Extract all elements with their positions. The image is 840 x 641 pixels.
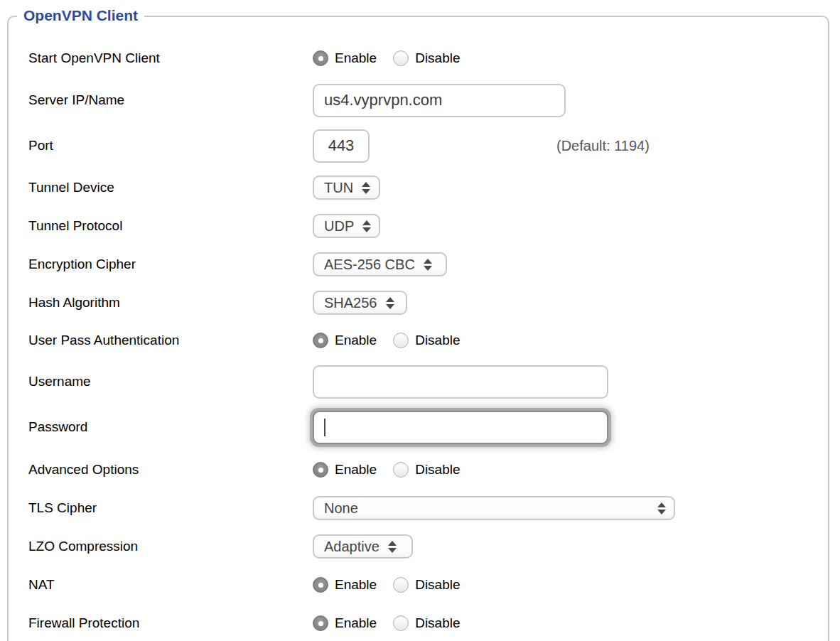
encryption-cipher-value: AES-256 CBC <box>324 257 415 273</box>
tunnel-protocol-value: UDP <box>324 218 354 235</box>
encryption-cipher-select[interactable]: AES-256 CBC <box>313 252 447 276</box>
server-ip-input[interactable] <box>313 84 566 117</box>
select-arrows-icon <box>362 182 370 194</box>
row-password: Password <box>28 408 814 446</box>
disable-label[interactable]: Disable <box>415 577 460 593</box>
row-tunnel-protocol: Tunnel Protocol UDP <box>28 207 814 245</box>
port-default-note: (Default: 1194) <box>556 138 650 154</box>
disable-label[interactable]: Disable <box>415 333 460 348</box>
advanced-options-enable-radio[interactable] <box>313 462 328 478</box>
disable-label[interactable]: Disable <box>415 615 460 631</box>
hash-algorithm-select[interactable]: SHA256 <box>313 291 407 315</box>
start-openvpn-client-label: Start OpenVPN Client <box>28 50 313 66</box>
row-tls-cipher: TLS Cipher None <box>28 489 814 527</box>
disable-label[interactable]: Disable <box>415 462 460 478</box>
hash-algorithm-label: Hash Algorithm <box>28 295 313 311</box>
lzo-compression-label: LZO Compression <box>28 539 313 554</box>
encryption-cipher-label: Encryption Cipher <box>28 257 313 272</box>
row-lzo-compression: LZO Compression Adaptive <box>28 527 814 566</box>
start-client-disable-radio[interactable] <box>393 50 409 66</box>
enable-label[interactable]: Enable <box>335 615 377 631</box>
row-firewall-protection: Firewall Protection Enable Disable <box>28 604 814 641</box>
tls-cipher-value: None <box>324 500 358 517</box>
select-arrows-icon <box>657 502 666 515</box>
advanced-options-label: Advanced Options <box>28 462 313 478</box>
row-encryption-cipher: Encryption Cipher AES-256 CBC <box>28 245 814 284</box>
tls-cipher-label: TLS Cipher <box>28 500 313 516</box>
tunnel-device-value: TUN <box>324 180 353 196</box>
advanced-options-disable-radio[interactable] <box>393 462 409 478</box>
row-server-ip: Server IP/Name <box>28 81 814 119</box>
server-ip-label: Server IP/Name <box>28 92 313 108</box>
enable-label[interactable]: Enable <box>335 50 377 66</box>
port-label: Port <box>28 138 313 153</box>
tunnel-device-select[interactable]: TUN <box>313 176 380 200</box>
select-arrows-icon <box>362 220 371 232</box>
lzo-compression-select[interactable]: Adaptive <box>313 534 413 559</box>
tls-cipher-select[interactable]: None <box>313 496 675 520</box>
select-arrows-icon <box>386 297 394 309</box>
tunnel-device-label: Tunnel Device <box>28 180 313 195</box>
tunnel-protocol-select[interactable]: UDP <box>313 214 380 238</box>
firewall-protection-label: Firewall Protection <box>28 615 313 631</box>
nat-disable-radio[interactable] <box>393 577 409 593</box>
user-pass-auth-enable-radio[interactable] <box>313 333 328 348</box>
row-hash-algorithm: Hash Algorithm SHA256 <box>28 284 814 322</box>
lzo-compression-value: Adaptive <box>324 539 379 555</box>
openvpn-client-panel: OpenVPN Client Start OpenVPN Client Enab… <box>7 16 829 641</box>
tunnel-protocol-label: Tunnel Protocol <box>28 218 313 234</box>
username-input[interactable] <box>313 365 608 399</box>
disable-label[interactable]: Disable <box>415 50 460 66</box>
username-label: Username <box>28 374 313 389</box>
firewall-protection-disable-radio[interactable] <box>393 615 409 631</box>
row-username: Username <box>28 362 814 401</box>
firewall-protection-enable-radio[interactable] <box>313 615 328 631</box>
row-nat: NAT Enable Disable <box>28 566 814 604</box>
password-input[interactable] <box>313 411 608 444</box>
select-arrows-icon <box>388 541 397 553</box>
text-cursor <box>324 419 325 436</box>
nat-enable-radio[interactable] <box>313 577 328 593</box>
row-advanced-options: Advanced Options Enable Disable <box>28 451 814 489</box>
hash-algorithm-value: SHA256 <box>324 295 377 311</box>
row-tunnel-device: Tunnel Device TUN <box>28 168 814 207</box>
row-user-pass-auth: User Pass Authentication Enable Disable <box>28 321 814 360</box>
row-start-openvpn-client: Start OpenVPN Client Enable Disable <box>28 39 814 77</box>
panel-title: OpenVPN Client <box>17 7 144 24</box>
enable-label[interactable]: Enable <box>335 577 377 593</box>
row-port: Port (Default: 1194) <box>28 126 814 165</box>
enable-label[interactable]: Enable <box>335 462 377 478</box>
port-input[interactable] <box>313 129 370 163</box>
nat-label: NAT <box>28 577 313 593</box>
start-client-enable-radio[interactable] <box>313 50 328 66</box>
select-arrows-icon <box>424 259 432 271</box>
password-label: Password <box>28 419 313 435</box>
enable-label[interactable]: Enable <box>335 333 377 348</box>
user-pass-auth-label: User Pass Authentication <box>28 333 313 348</box>
user-pass-auth-disable-radio[interactable] <box>393 333 409 348</box>
